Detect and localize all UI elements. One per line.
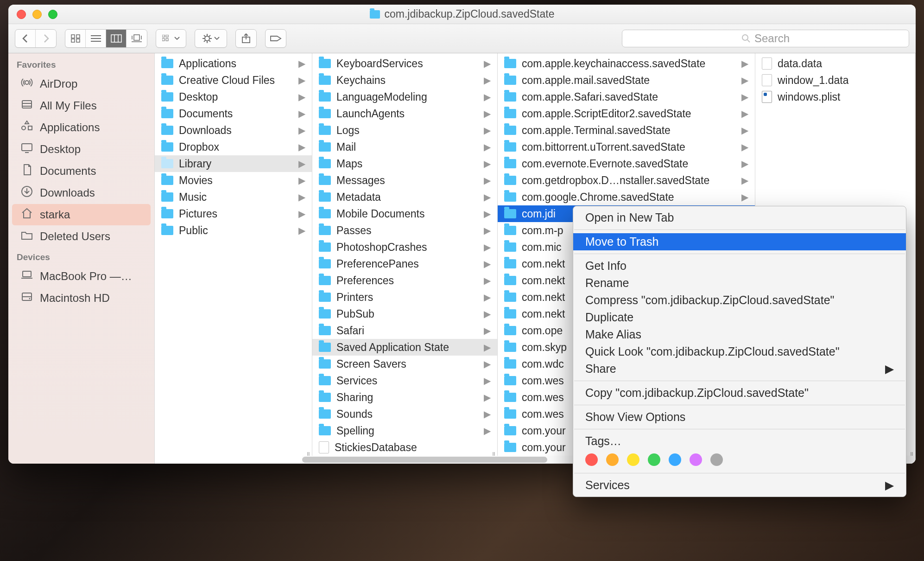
close-button[interactable] <box>17 10 26 19</box>
file-row[interactable]: Mail▶ <box>312 139 497 155</box>
menu-item[interactable]: Move to Trash <box>573 233 906 250</box>
menu-item[interactable]: Tags… <box>573 433 906 450</box>
share-button[interactable] <box>236 30 256 47</box>
file-row[interactable]: Screen Savers▶ <box>312 356 497 372</box>
file-row[interactable]: StickiesDatabase <box>312 439 497 456</box>
file-row[interactable]: Metadata▶ <box>312 189 497 205</box>
file-label: com.apple.keychainaccess.savedState <box>522 57 705 70</box>
file-row[interactable]: Desktop▶ <box>155 89 312 105</box>
file-row[interactable]: windows.plist <box>755 89 915 105</box>
file-row[interactable]: com.apple.Safari.savedState▶ <box>498 89 755 105</box>
file-row[interactable]: com.apple.keychainaccess.savedState▶ <box>498 55 755 72</box>
tag-color-dot[interactable] <box>606 453 619 466</box>
tag-color-dot[interactable] <box>669 453 681 466</box>
file-row[interactable]: Safari▶ <box>312 322 497 339</box>
search-field[interactable]: Search <box>622 30 909 47</box>
scrollbar-thumb[interactable] <box>302 457 547 463</box>
menu-item[interactable]: Show View Options <box>573 408 906 426</box>
menu-item[interactable]: Duplicate <box>573 309 906 326</box>
file-row[interactable]: Movies▶ <box>155 172 312 189</box>
file-row[interactable]: Printers▶ <box>312 289 497 306</box>
file-row[interactable]: com.getdropbox.D…nstaller.savedState▶ <box>498 172 755 189</box>
file-row[interactable]: LaunchAgents▶ <box>312 105 497 122</box>
file-label: com.google.Chrome.savedState <box>522 191 674 204</box>
file-row[interactable]: PreferencePanes▶ <box>312 255 497 272</box>
file-row[interactable]: com.apple.ScriptEditor2.savedState▶ <box>498 105 755 122</box>
file-row[interactable]: Downloads▶ <box>155 122 312 139</box>
sidebar-item-documents[interactable]: Documents <box>12 160 151 182</box>
file-row[interactable]: Pictures▶ <box>155 205 312 222</box>
file-row[interactable]: Maps▶ <box>312 155 497 172</box>
sidebar-item-macintosh-hd[interactable]: Macintosh HD <box>12 287 151 309</box>
folder-icon <box>504 176 516 185</box>
menu-item[interactable]: Open in New Tab <box>573 209 906 226</box>
menu-item[interactable]: Copy "com.jdibackup.ZipCloud.savedState" <box>573 384 906 402</box>
file-row[interactable]: com.apple.mail.savedState▶ <box>498 72 755 89</box>
file-row[interactable]: Library▶ <box>155 155 312 172</box>
menu-item[interactable]: Share▶ <box>573 360 906 377</box>
file-row[interactable]: Services▶ <box>312 372 497 389</box>
menu-item[interactable]: Get Info <box>573 257 906 274</box>
titlebar[interactable]: com.jdibackup.ZipCloud.savedState <box>8 5 916 24</box>
back-button[interactable] <box>15 30 36 47</box>
tags-button[interactable] <box>266 30 286 47</box>
fullscreen-button[interactable] <box>48 10 57 19</box>
view-gallery-button[interactable] <box>127 30 147 47</box>
tag-color-dot[interactable] <box>690 453 702 466</box>
sidebar-item-macbook-pro-[interactable]: MacBook Pro —… <box>12 266 151 287</box>
file-row[interactable]: Preferences▶ <box>312 272 497 289</box>
file-row[interactable]: Music▶ <box>155 189 312 205</box>
file-row[interactable]: Sharing▶ <box>312 389 497 406</box>
file-row[interactable]: Keychains▶ <box>312 72 497 89</box>
file-label: Library <box>179 158 211 170</box>
file-row[interactable]: Passes▶ <box>312 222 497 239</box>
file-row[interactable]: Public▶ <box>155 222 312 239</box>
menu-item[interactable]: Quick Look "com.jdibackup.ZipCloud.saved… <box>573 343 906 360</box>
sidebar-item-applications[interactable]: Applications <box>12 117 151 138</box>
file-row[interactable]: PubSub▶ <box>312 306 497 322</box>
file-row[interactable]: PhotoshopCrashes▶ <box>312 239 497 255</box>
forward-button[interactable] <box>36 30 56 47</box>
view-icon-button[interactable] <box>65 30 86 47</box>
file-row[interactable]: com.evernote.Evernote.savedState▶ <box>498 155 755 172</box>
tag-color-dot[interactable] <box>648 453 660 466</box>
menu-item[interactable]: Services▶ <box>573 477 906 494</box>
menu-item[interactable]: Make Alias <box>573 326 906 343</box>
tag-color-dot[interactable] <box>585 453 598 466</box>
file-row[interactable]: com.google.Chrome.savedState▶ <box>498 189 755 205</box>
file-row[interactable]: Saved Application State▶ <box>312 339 497 356</box>
sidebar-item-airdrop[interactable]: AirDrop <box>12 73 151 95</box>
action-button[interactable] <box>195 30 227 47</box>
sidebar-item-starka[interactable]: starka <box>12 204 151 225</box>
view-column-button[interactable] <box>106 30 127 47</box>
view-list-button[interactable] <box>86 30 106 47</box>
sidebar-item-deleted-users[interactable]: Deleted Users <box>12 226 151 247</box>
sidebar-item-downloads[interactable]: Downloads <box>12 182 151 204</box>
file-row[interactable]: com.bittorrent.uTorrent.savedState▶ <box>498 139 755 155</box>
sidebar-item-desktop[interactable]: Desktop <box>12 139 151 160</box>
file-row[interactable]: Mobile Documents▶ <box>312 205 497 222</box>
disclosure-arrow-icon: ▶ <box>298 125 305 136</box>
file-label: Metadata <box>336 191 381 204</box>
file-row[interactable]: Logs▶ <box>312 122 497 139</box>
file-row[interactable]: Dropbox▶ <box>155 139 312 155</box>
minimize-button[interactable] <box>32 10 42 19</box>
tag-color-dot[interactable] <box>710 453 723 466</box>
file-row[interactable]: window_1.data <box>755 72 915 89</box>
file-row[interactable]: com.apple.Terminal.savedState▶ <box>498 122 755 139</box>
file-row[interactable]: Spelling▶ <box>312 422 497 439</box>
menu-item[interactable]: Rename <box>573 274 906 292</box>
menu-item[interactable]: Compress "com.jdibackup.ZipCloud.savedSt… <box>573 292 906 309</box>
file-row[interactable]: Creative Cloud Files▶ <box>155 72 312 89</box>
tag-color-dot[interactable] <box>627 453 639 466</box>
file-row[interactable]: Documents▶ <box>155 105 312 122</box>
file-row[interactable]: Messages▶ <box>312 172 497 189</box>
arrange-button[interactable] <box>156 30 186 47</box>
file-row[interactable]: data.data <box>755 55 915 72</box>
file-row[interactable]: KeyboardServices▶ <box>312 55 497 72</box>
sidebar-item-all-my-files[interactable]: All My Files <box>12 95 151 116</box>
file-row[interactable]: LanguageModeling▶ <box>312 89 497 105</box>
folder-icon <box>504 209 516 218</box>
file-row[interactable]: Applications▶ <box>155 55 312 72</box>
file-row[interactable]: Sounds▶ <box>312 406 497 422</box>
